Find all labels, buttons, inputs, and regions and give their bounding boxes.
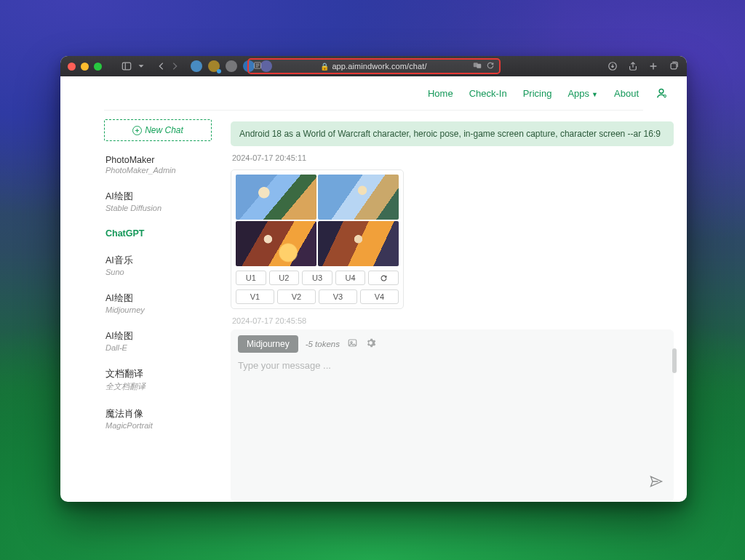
- v2-button[interactable]: V2: [277, 289, 316, 304]
- result-thumbnail[interactable]: [236, 175, 316, 220]
- zoom-window-button[interactable]: [94, 63, 102, 71]
- send-button[interactable]: [649, 474, 664, 492]
- tab-dropdown-icon[interactable]: [135, 60, 147, 72]
- downloads-icon[interactable]: [607, 60, 618, 72]
- sidebar-item-title: AI音乐: [105, 255, 210, 267]
- u3-button[interactable]: U3: [302, 271, 332, 285]
- reroll-button[interactable]: [368, 271, 399, 285]
- sidebar-item-title: 魔法肖像: [105, 408, 210, 420]
- composer: Midjourney -5 tokens: [231, 329, 674, 502]
- nav-apps-label: Apps: [567, 88, 589, 99]
- reload-icon[interactable]: [486, 61, 495, 71]
- model-pill[interactable]: Midjourney: [238, 335, 298, 353]
- u1-button[interactable]: U1: [236, 271, 266, 285]
- nav-forward-button[interactable]: [169, 60, 180, 72]
- reader-mode-icon[interactable]: [253, 61, 262, 71]
- close-window-button[interactable]: [68, 63, 76, 71]
- result-thumbnail[interactable]: [318, 221, 399, 266]
- nav-about[interactable]: About: [614, 88, 639, 99]
- sidebar-item-title: AI绘图: [105, 191, 210, 203]
- v1-button[interactable]: V1: [236, 289, 274, 304]
- message-timestamp: 2024-07-17 20:45:58: [232, 316, 674, 325]
- token-cost: -5 tokens: [306, 340, 340, 348]
- share-icon[interactable]: [627, 60, 639, 72]
- translate-icon[interactable]: [473, 61, 482, 71]
- app-header: Home Check-In Pricing Apps▼ About: [60, 76, 687, 110]
- message-input[interactable]: [238, 360, 666, 495]
- u2-button[interactable]: U2: [269, 271, 300, 285]
- message-timestamp: 2024-07-17 20:45:11: [232, 153, 674, 162]
- chevron-down-icon: ▼: [591, 91, 598, 98]
- app-body: New Chat PhotoMaker PhotoMaker_Admin AI绘…: [60, 111, 687, 502]
- new-chat-label: New Chat: [145, 125, 183, 135]
- result-thumbnail[interactable]: [318, 175, 399, 220]
- sidebar-toggle-icon[interactable]: [121, 60, 132, 72]
- sidebar-item-midjourney[interactable]: AI绘图 Midjourney: [104, 284, 212, 322]
- sidebar-item-sub: Stable Diffusion: [105, 204, 210, 212]
- sidebar-item-title: ChatGPT: [105, 228, 210, 239]
- extension-icon[interactable]: [191, 60, 202, 72]
- upscale-row: U1 U2 U3 U4: [236, 271, 399, 285]
- svg-rect-9: [671, 63, 677, 69]
- sidebar-item-title: AI绘图: [105, 292, 210, 305]
- sidebar-item-sub: MagicPortrait: [105, 421, 210, 430]
- main-column: Android 18 as a World of Warcraft charac…: [212, 119, 674, 502]
- v3-button[interactable]: V3: [319, 289, 357, 304]
- sidebar: New Chat PhotoMaker PhotoMaker_Admin AI绘…: [104, 119, 212, 502]
- new-chat-button[interactable]: New Chat: [104, 119, 212, 141]
- sidebar-item-title: 文档翻译: [105, 368, 210, 380]
- extension-icon[interactable]: [208, 60, 220, 72]
- svg-point-10: [659, 89, 664, 93]
- user-menu-icon[interactable]: [655, 87, 668, 100]
- sidebar-item-sub: Midjourney: [105, 305, 210, 314]
- u4-button[interactable]: U4: [335, 271, 366, 285]
- url-text: app.aimindwork.com/chat/: [332, 62, 426, 71]
- sidebar-item-dalle[interactable]: AI绘图 Dall-E: [104, 322, 212, 360]
- nav-pricing[interactable]: Pricing: [523, 88, 552, 99]
- v4-button[interactable]: V4: [360, 289, 399, 304]
- image-result-card: U1 U2 U3 U4 V1 V2 V3 V4: [231, 169, 404, 309]
- sidebar-item-sub: Suno: [105, 268, 210, 276]
- result-thumbnail[interactable]: [236, 221, 316, 266]
- sidebar-item-chatgpt[interactable]: ChatGPT: [104, 220, 212, 247]
- attach-image-icon[interactable]: [347, 337, 358, 351]
- tabs-overview-icon[interactable]: [668, 60, 680, 72]
- sidebar-item-magicportrait[interactable]: 魔法肖像 MagicPortrait: [104, 400, 212, 438]
- sidebar-item-sd[interactable]: AI绘图 Stable Diffusion: [104, 183, 212, 220]
- plus-icon: [132, 126, 142, 135]
- variation-row: V1 V2 V3 V4: [236, 289, 399, 304]
- minimize-window-button[interactable]: [81, 63, 89, 71]
- lock-icon: 🔒: [320, 63, 329, 71]
- sidebar-item-title: PhotoMaker: [105, 155, 210, 165]
- browser-titlebar: 🔒 app.aimindwork.com/chat/: [60, 56, 687, 76]
- nav-checkin[interactable]: Check-In: [469, 88, 507, 99]
- sidebar-item-doctranslate[interactable]: 文档翻译 全文档翻译: [104, 360, 212, 400]
- settings-icon[interactable]: [365, 337, 376, 351]
- sidebar-item-photomaker[interactable]: PhotoMaker PhotoMaker_Admin: [104, 147, 212, 183]
- address-bar[interactable]: 🔒 app.aimindwork.com/chat/: [247, 58, 501, 74]
- sidebar-item-suno[interactable]: AI音乐 Suno: [104, 247, 212, 284]
- nav-home[interactable]: Home: [428, 88, 453, 99]
- window-controls: [68, 63, 102, 71]
- browser-window: 🔒 app.aimindwork.com/chat/: [60, 56, 687, 502]
- nav-apps[interactable]: Apps▼: [567, 88, 598, 99]
- composer-toolbar: Midjourney -5 tokens: [238, 335, 666, 353]
- extension-icon[interactable]: [226, 60, 237, 72]
- svg-rect-7: [477, 64, 481, 68]
- svg-rect-0: [122, 63, 130, 70]
- image-grid: [236, 175, 399, 266]
- refresh-icon: [380, 274, 388, 282]
- sidebar-item-sub: 全文档翻译: [105, 381, 210, 392]
- new-tab-icon[interactable]: [648, 60, 659, 72]
- sidebar-item-sub: PhotoMaker_Admin: [105, 166, 210, 175]
- user-prompt-bubble: Android 18 as a World of Warcraft charac…: [231, 121, 674, 146]
- sidebar-item-sub: Dall-E: [105, 343, 210, 352]
- nav-back-button[interactable]: [156, 60, 167, 72]
- chat-scroll-thumb[interactable]: [672, 348, 677, 373]
- sidebar-item-title: AI绘图: [105, 330, 210, 343]
